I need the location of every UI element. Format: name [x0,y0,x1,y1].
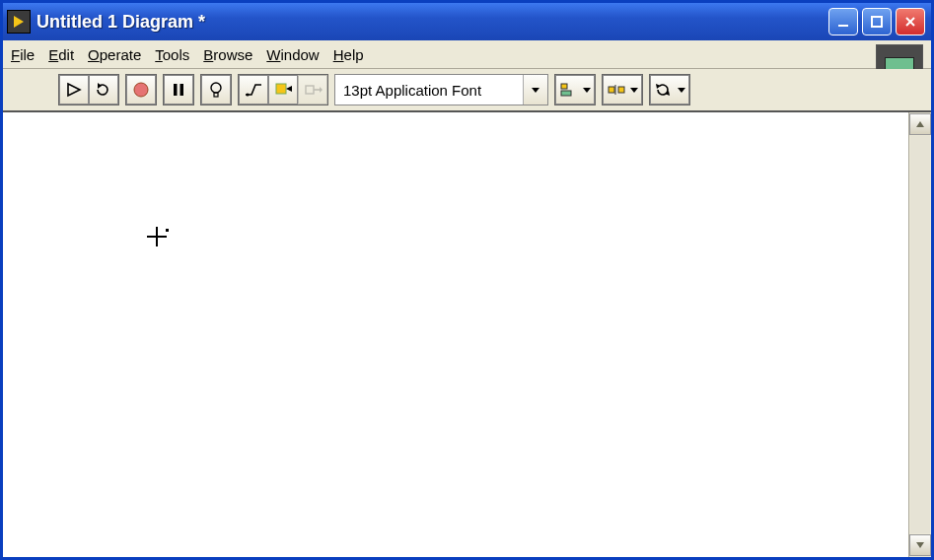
highlight-execution-button[interactable] [201,75,231,105]
svg-rect-19 [618,87,624,93]
reorder-group [649,74,690,105]
menubar: File Edit Operate Tools Browse Window He… [3,40,931,69]
distribute-objects-button[interactable] [603,75,642,105]
run-group [58,74,119,105]
debug-group [200,74,232,105]
distribute-group [602,74,643,105]
pause-group [163,74,194,105]
toolbar: 13pt Application Font [3,69,931,112]
svg-rect-10 [214,93,218,97]
distribute-icon [607,81,628,99]
editor-area [3,112,931,557]
app-window: Untitled 1 Diagram * File Edit Operate T… [0,0,934,560]
svg-rect-1 [872,17,882,27]
step-group [238,74,328,105]
run-continuous-icon [94,81,113,99]
menu-file[interactable]: File [11,46,35,63]
svg-point-11 [246,93,249,96]
font-selector[interactable]: 13pt Application Font [334,74,548,105]
chevron-down-icon [678,88,685,93]
chevron-up-icon [915,119,925,129]
svg-marker-13 [286,86,292,92]
run-continuous-button[interactable] [89,75,118,105]
block-diagram-canvas[interactable] [3,112,908,557]
step-over-icon [303,81,323,99]
crosshair-cursor-icon [147,227,167,246]
pause-button[interactable] [164,75,193,105]
close-button[interactable] [896,8,925,35]
scrollbar-track[interactable] [910,136,930,533]
run-button[interactable] [59,75,89,105]
svg-point-9 [211,83,221,93]
svg-rect-18 [609,87,614,93]
app-icon [7,10,31,34]
menu-edit[interactable]: Edit [48,46,74,63]
titlebar: Untitled 1 Diagram * [3,3,931,40]
retain-wire-values-button[interactable] [239,75,268,105]
window-title: Untitled 1 Diagram * [36,12,823,33]
menu-operate[interactable]: Operate [88,46,141,63]
vertical-scrollbar[interactable] [908,112,931,557]
maximize-button[interactable] [862,8,892,35]
chevron-down-icon [532,88,539,93]
chevron-down-icon [583,88,591,93]
reorder-button[interactable] [650,75,689,105]
retain-wire-icon [244,81,263,99]
align-objects-button[interactable] [555,75,595,105]
chevron-down-icon [630,88,638,93]
svg-rect-16 [561,84,567,89]
align-icon [559,81,581,99]
align-group [554,74,596,105]
abort-button[interactable] [126,75,156,105]
minimize-button[interactable] [828,8,858,35]
scroll-up-button[interactable] [909,113,931,135]
step-into-button[interactable] [268,75,298,105]
pause-icon [170,81,187,99]
menu-window[interactable]: Window [266,46,319,63]
svg-marker-4 [68,84,80,96]
svg-rect-0 [838,25,848,27]
close-icon [903,15,917,29]
run-arrow-icon [65,81,83,99]
font-selector-dropdown[interactable] [523,75,547,105]
step-into-icon [273,81,293,99]
menu-browse[interactable]: Browse [203,46,252,63]
svg-marker-23 [916,121,924,127]
svg-marker-24 [916,542,924,548]
labview-arrow-icon [14,16,24,28]
svg-rect-14 [306,86,314,94]
minimize-icon [836,15,850,29]
svg-rect-17 [561,91,571,96]
abort-icon [132,81,150,99]
window-controls [828,8,925,35]
menu-tools[interactable]: Tools [155,46,189,63]
svg-rect-12 [276,84,286,94]
font-selector-value: 13pt Application Font [335,75,523,105]
svg-rect-7 [174,84,178,96]
svg-marker-15 [320,87,323,93]
svg-rect-8 [180,84,184,96]
light-bulb-icon [207,81,225,99]
reorder-icon [654,81,676,99]
scroll-down-button[interactable] [909,534,931,556]
maximize-icon [870,15,884,29]
chevron-down-icon [915,540,925,550]
step-over-button [298,75,327,105]
svg-marker-21 [656,84,661,89]
menu-help[interactable]: Help [333,46,364,63]
svg-point-6 [134,83,148,97]
abort-group [125,74,157,105]
svg-marker-5 [98,83,102,89]
